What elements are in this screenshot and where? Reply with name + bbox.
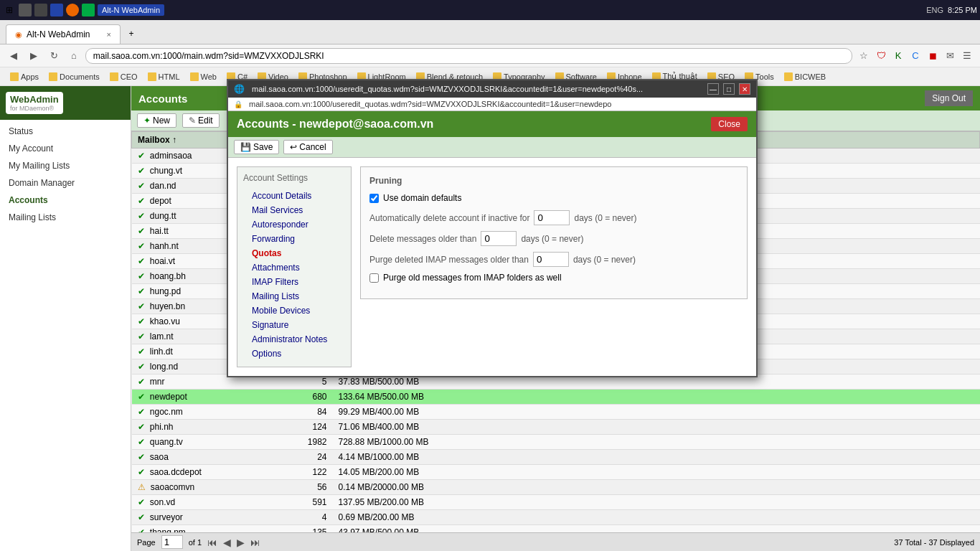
dialog-content: Account Settings Account DetailsMail Ser… bbox=[228, 158, 756, 376]
auto-delete-suffix: days (0 = never) bbox=[574, 213, 636, 223]
mini-browser-icon: 🌐 bbox=[234, 84, 245, 94]
delete-messages-row: Delete messages older than days (0 = nev… bbox=[369, 231, 738, 246]
purge-imap-suffix: days (0 = never) bbox=[573, 255, 636, 265]
cancel-icon: ↩ bbox=[290, 142, 297, 152]
auto-delete-row: Automatically delete account if inactive… bbox=[369, 210, 738, 225]
use-domain-defaults-row: Use domain defaults bbox=[369, 193, 738, 203]
dialog-nav-link[interactable]: Mailing Lists bbox=[243, 289, 345, 303]
use-domain-defaults-label: Use domain defaults bbox=[383, 193, 461, 203]
dialog-left-panel: Account Settings Account DetailsMail Ser… bbox=[237, 166, 352, 367]
delete-messages-label: Delete messages older than bbox=[369, 234, 476, 244]
dialog-nav-link[interactable]: Quotas bbox=[243, 246, 345, 260]
purge-old-row: Purge old messages from IMAP folders as … bbox=[369, 273, 738, 283]
dialog-cancel-button[interactable]: ↩ Cancel bbox=[283, 140, 332, 154]
dialog-right-panel: Pruning Use domain defaults Automaticall… bbox=[360, 166, 748, 367]
dialog-nav-link[interactable]: Mobile Devices bbox=[243, 303, 345, 318]
mini-url-text: mail.saoa.com.vn:1000/useredit_quotas.wd… bbox=[249, 100, 611, 108]
dialog-nav-link[interactable]: Signature bbox=[243, 318, 345, 332]
delete-messages-input[interactable] bbox=[481, 231, 517, 246]
mini-browser-title-text: mail.saoa.com.vn:1000/useredit_quotas.wd… bbox=[252, 85, 703, 93]
dialog-nav-link[interactable]: Autoresponder bbox=[243, 217, 345, 232]
dialog: Accounts - newdepot@saoa.com.vn Close 💾 … bbox=[228, 111, 756, 376]
mini-minimize-btn[interactable]: — bbox=[707, 83, 719, 95]
dialog-header: Accounts - newdepot@saoa.com.vn Close bbox=[228, 111, 756, 137]
auto-delete-label: Automatically delete account if inactive… bbox=[369, 213, 529, 223]
purge-imap-input[interactable] bbox=[533, 252, 569, 267]
mini-restore-btn[interactable]: □ bbox=[723, 83, 735, 95]
dialog-toolbar: 💾 Save ↩ Cancel bbox=[228, 137, 756, 158]
pruning-section: Pruning Use domain defaults Automaticall… bbox=[360, 166, 748, 299]
mini-browser-titlebar: 🌐 mail.saoa.com.vn:1000/useredit_quotas.… bbox=[228, 80, 756, 98]
mini-close-btn[interactable]: ✕ bbox=[739, 83, 750, 95]
dialog-nav-link[interactable]: Administrator Notes bbox=[243, 332, 345, 347]
save-icon: 💾 bbox=[240, 142, 251, 152]
mini-url-bar: 🔒 mail.saoa.com.vn:1000/useredit_quotas.… bbox=[228, 98, 756, 111]
dialog-nav-link[interactable]: Forwarding bbox=[243, 232, 345, 246]
dialog-title: Accounts - newdepot@saoa.com.vn bbox=[237, 118, 433, 131]
account-settings-section: Account Settings Account DetailsMail Ser… bbox=[237, 166, 352, 367]
mini-url-icon: 🔒 bbox=[234, 100, 242, 108]
auto-delete-input[interactable] bbox=[534, 210, 570, 225]
dialog-nav-links: Account DetailsMail ServicesAutoresponde… bbox=[243, 189, 345, 361]
purge-imap-row: Purge deleted IMAP messages older than d… bbox=[369, 252, 738, 267]
delete-messages-suffix: days (0 = never) bbox=[521, 234, 583, 244]
purge-imap-label: Purge deleted IMAP messages older than bbox=[369, 255, 529, 265]
dialog-nav-link[interactable]: Account Details bbox=[243, 189, 345, 203]
purge-old-label: Purge old messages from IMAP folders as … bbox=[383, 273, 562, 283]
dialog-nav-link[interactable]: Attachments bbox=[243, 260, 345, 275]
pruning-title: Pruning bbox=[369, 176, 738, 186]
dialog-save-button[interactable]: 💾 Save bbox=[234, 140, 279, 154]
dialog-nav-link[interactable]: Options bbox=[243, 347, 345, 361]
modal-overlay: 🌐 mail.saoa.com.vn:1000/useredit_quotas.… bbox=[0, 0, 980, 551]
dialog-nav-link[interactable]: IMAP Filters bbox=[243, 275, 345, 289]
mini-browser-window: 🌐 mail.saoa.com.vn:1000/useredit_quotas.… bbox=[227, 79, 758, 377]
dialog-close-button[interactable]: Close bbox=[711, 117, 748, 131]
purge-old-checkbox[interactable] bbox=[369, 273, 379, 283]
account-settings-title: Account Settings bbox=[243, 173, 345, 183]
use-domain-defaults-checkbox[interactable] bbox=[369, 194, 379, 203]
dialog-nav-link[interactable]: Mail Services bbox=[243, 203, 345, 217]
